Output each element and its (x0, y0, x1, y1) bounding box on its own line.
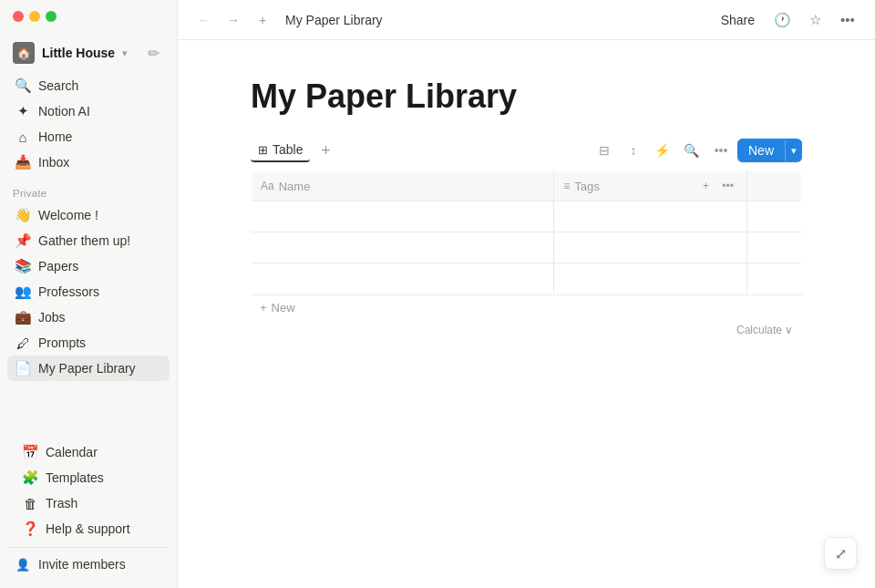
sort-button[interactable]: ↕ (621, 138, 646, 163)
add-row-label: New (272, 301, 295, 315)
sidebar-item-professors-label: Professors (38, 284, 99, 299)
favorite-button[interactable]: ☆ (802, 7, 828, 33)
new-page-button[interactable]: ✏ (142, 42, 164, 64)
sidebar-item-home[interactable]: ⌂ Home (7, 124, 170, 150)
table-more-button[interactable]: ••• (708, 138, 734, 163)
table-row (252, 263, 802, 294)
invite-icon: 👤 (15, 556, 31, 573)
sidebar-item-help-label: Help & support (46, 521, 130, 536)
sidebar-item-jobs[interactable]: 💼 Jobs (7, 304, 170, 330)
sidebar-item-search-label: Search (38, 78, 78, 93)
row-1-name-cell[interactable] (252, 201, 554, 232)
sidebar-item-notion-ai-label: Notion AI (38, 104, 90, 119)
column-more-button[interactable]: ••• (719, 177, 737, 195)
history-button[interactable]: 🕐 (769, 7, 795, 33)
add-page-topbar-button[interactable]: + (251, 8, 274, 32)
sidebar-item-my-paper-library-label: My Paper Library (38, 361, 136, 376)
invite-members-label: Invite members (38, 557, 126, 572)
automation-button[interactable]: ⚡ (650, 138, 675, 163)
share-button[interactable]: Share (714, 9, 762, 31)
inbox-icon: 📥 (15, 154, 31, 170)
expand-icon: ⤢ (835, 545, 847, 562)
sidebar-item-jobs-label: Jobs (38, 310, 66, 325)
workspace-selector[interactable]: 🏠 Little House ▾ ✏ (7, 38, 170, 67)
sidebar-item-papers[interactable]: 📚 Papers (7, 253, 170, 279)
traffic-light-minimize[interactable] (29, 11, 40, 22)
search-icon: 🔍 (684, 143, 699, 158)
sidebar-item-my-paper-library[interactable]: 📄 My Paper Library (7, 356, 170, 381)
page-title: My Paper Library (251, 77, 802, 116)
jobs-icon: 💼 (15, 309, 31, 325)
page-content: My Paper Library ⊞ Table + ⊟ ↕ (178, 40, 875, 588)
sidebar-item-home-label: Home (38, 129, 72, 144)
sidebar-top-nav: 🔍 Search ✦ Notion AI ⌂ Home 📥 Inbox (0, 71, 177, 177)
table-view-label: Table (273, 142, 303, 157)
table-view-icon: ⊞ (258, 143, 268, 157)
name-column-label: Name (279, 180, 311, 193)
notion-ai-icon: ✦ (15, 103, 31, 119)
sidebar-private-nav: 👋 Welcome ! 📌 Gather them up! 📚 Papers 👥… (0, 201, 177, 383)
tags-column-label: Tags (574, 180, 599, 193)
calculate-label: Calculate (736, 324, 782, 336)
templates-icon: 🧩 (22, 469, 38, 486)
papers-icon: 📚 (15, 258, 31, 274)
history-icon: 🕐 (774, 12, 791, 28)
add-view-button[interactable]: + (314, 139, 337, 162)
sidebar-item-calendar[interactable]: 📅 Calendar (15, 439, 162, 465)
welcome-icon: 👋 (15, 207, 31, 223)
sidebar-item-help[interactable]: ❓ Help & support (15, 516, 162, 542)
add-column-button[interactable]: + (697, 177, 715, 195)
forward-arrow-icon: → (227, 13, 240, 27)
sidebar-item-prompts[interactable]: 🖊 Prompts (7, 330, 170, 356)
sidebar-item-notion-ai[interactable]: ✦ Notion AI (7, 98, 170, 124)
fab-button[interactable]: ⤢ (824, 537, 857, 570)
new-item-button[interactable]: New (737, 139, 785, 162)
row-2-name-cell[interactable] (252, 232, 554, 263)
row-1-extra-cell (746, 201, 801, 232)
row-2-tags-cell[interactable] (554, 232, 746, 263)
home-icon: ⌂ (15, 129, 31, 145)
calendar-icon: 📅 (22, 444, 38, 460)
help-icon: ❓ (22, 521, 38, 537)
sidebar-item-papers-label: Papers (38, 259, 78, 273)
table-view-tab[interactable]: ⊞ Table (251, 139, 310, 162)
main-area: ← → + My Paper Library Share 🕐 ☆ ••• My … (178, 0, 875, 588)
row-3-name-cell[interactable] (252, 263, 554, 294)
workspace-name: Little House (42, 46, 115, 60)
sidebar-item-welcome[interactable]: 👋 Welcome ! (7, 202, 170, 228)
calculate-row[interactable]: Calculate ∨ (251, 320, 802, 340)
search-button[interactable]: 🔍 (679, 138, 705, 163)
add-row-icon: + (260, 301, 267, 315)
sidebar-item-gather[interactable]: 📌 Gather them up! (7, 228, 170, 253)
sidebar-item-templates[interactable]: 🧩 Templates (15, 465, 162, 490)
sidebar-item-search[interactable]: 🔍 Search (7, 73, 170, 98)
traffic-light-maximize[interactable] (46, 11, 57, 22)
forward-button[interactable]: → (221, 8, 245, 32)
topbar-right: Share 🕐 ☆ ••• (714, 7, 860, 33)
back-button[interactable]: ← (192, 8, 216, 32)
sidebar-item-prompts-label: Prompts (38, 335, 86, 350)
more-options-button[interactable]: ••• (835, 7, 860, 33)
workspace-left: 🏠 Little House ▾ (13, 42, 128, 64)
calculate-chevron-icon: ∨ (785, 324, 793, 336)
table-toolbar: ⊞ Table + ⊟ ↕ ⚡ 🔍 (251, 138, 802, 163)
row-3-tags-cell[interactable] (554, 263, 746, 294)
gather-icon: 📌 (15, 232, 31, 249)
my-paper-library-icon: 📄 (15, 360, 31, 377)
add-row-button[interactable]: + New (251, 294, 802, 320)
sidebar-item-professors[interactable]: 👥 Professors (7, 279, 170, 304)
row-1-tags-cell[interactable] (554, 201, 746, 232)
lightning-icon: ⚡ (654, 143, 670, 158)
table-row (252, 201, 802, 232)
table-toolbar-right: ⊟ ↕ ⚡ 🔍 ••• New ▾ (592, 138, 802, 163)
column-header-extra (746, 171, 801, 201)
topbar-left: ← → + My Paper Library (192, 8, 388, 32)
filter-icon: ⊟ (599, 143, 610, 158)
new-item-chevron-button[interactable]: ▾ (785, 140, 802, 161)
sidebar-item-trash[interactable]: 🗑 Trash (15, 490, 162, 516)
sidebar-item-inbox[interactable]: 📥 Inbox (7, 150, 170, 175)
traffic-light-close[interactable] (13, 11, 24, 22)
filter-button[interactable]: ⊟ (592, 138, 617, 163)
sidebar-top: 🏠 Little House ▾ ✏ (0, 29, 177, 71)
invite-members-button[interactable]: 👤 Invite members (7, 552, 170, 577)
